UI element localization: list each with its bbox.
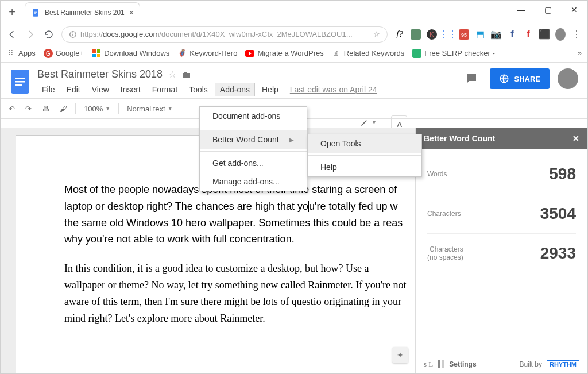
stat-characters-no-spaces: Characters(no spaces) 2933 <box>427 234 576 273</box>
ext-font-icon[interactable]: f? <box>394 29 405 40</box>
submenu-open-tools[interactable]: Open Tools <box>308 134 421 153</box>
bookmark-star-icon[interactable]: ☆ <box>373 30 380 38</box>
menu-tools[interactable]: Tools <box>184 83 212 96</box>
menu-insert[interactable]: Insert <box>116 83 145 96</box>
explore-button[interactable]: ✦ <box>392 347 408 363</box>
ext-f-red-icon[interactable]: f <box>523 29 533 40</box>
svg-rect-5 <box>72 33 73 36</box>
bookmark-googleplus[interactable]: GGoogle+ <box>44 49 84 58</box>
site-info-icon[interactable] <box>69 30 77 38</box>
menu-view[interactable]: View <box>87 83 114 96</box>
menu-document-addons[interactable]: Document add-ons <box>200 107 307 125</box>
paint-format-button[interactable]: 🖌 <box>57 105 69 113</box>
menu-edit[interactable]: Edit <box>62 83 85 96</box>
sl-text: s L <box>424 360 433 369</box>
forward-button[interactable] <box>25 29 36 40</box>
body-paragraph[interactable]: In this condition, it is a good idea to … <box>64 260 409 326</box>
sidebar-header: Better Word Count ✕ <box>416 128 587 149</box>
svg-rect-14 <box>92 49 96 53</box>
tab-close-icon[interactable]: × <box>129 8 134 17</box>
stat-characters: Characters 3504 <box>427 194 576 234</box>
docs-logo-icon[interactable] <box>10 68 30 95</box>
google-docs-favicon <box>31 8 40 17</box>
browser-menu-icon[interactable]: ⋮ <box>571 29 582 40</box>
bookmark-bar: ⠿Apps GGoogle+ Download Windows 🦸Keyword… <box>1 44 587 63</box>
addons-dropdown: Document add-ons Better Word Count▶ Get … <box>199 106 307 191</box>
bookmark-migratewp[interactable]: Migrate a WordPres <box>245 49 323 58</box>
ext-drop-icon[interactable]: ⬛ <box>539 29 550 40</box>
menu-format[interactable]: Format <box>148 83 182 96</box>
ext-fb-icon[interactable]: f <box>507 29 517 40</box>
svg-rect-6 <box>72 32 73 33</box>
tab-title: Best Rainmeter Skins 201 <box>45 9 125 17</box>
submenu-help[interactable]: Help <box>308 158 421 176</box>
bookmark-freeserp[interactable]: Free SERP checker - <box>412 49 495 58</box>
body-paragraph[interactable]: Most of the people nowadays spent most o… <box>64 182 409 248</box>
sidebar-close-icon[interactable]: ✕ <box>572 134 579 143</box>
comments-icon[interactable] <box>461 68 482 89</box>
menu-file[interactable]: File <box>37 83 60 96</box>
bookmark-keywordhero[interactable]: 🦸Keyword-Hero <box>177 49 237 58</box>
ext-beta-icon[interactable] <box>411 29 421 40</box>
menu-help[interactable]: Help <box>257 83 283 96</box>
menu-get-addons[interactable]: Get add-ons... <box>200 154 307 172</box>
reload-button[interactable] <box>43 29 55 40</box>
settings-link[interactable]: Settings <box>449 360 514 368</box>
redo-button[interactable]: ↷ <box>23 105 34 113</box>
bookmark-overflow-icon[interactable]: » <box>578 49 582 57</box>
ext-95-icon[interactable]: 95 <box>459 29 469 40</box>
menu-better-word-count[interactable]: Better Word Count▶ <box>200 130 307 149</box>
extension-icons: f? K ⋮⋮ 95 ⬒ 📷 f f ⬛ ⋮ <box>394 29 582 40</box>
window-close-icon[interactable]: ✕ <box>561 1 587 19</box>
account-avatar[interactable] <box>558 68 578 89</box>
print-button[interactable]: 🖶 <box>40 105 52 113</box>
browser-toolbar: https://docs.google.com/document/d/1X40X… <box>1 24 587 44</box>
bookmark-relatedkw[interactable]: 🗎Related Keywords <box>332 49 405 58</box>
zoom-select[interactable]: 100% ▼ <box>82 105 113 113</box>
paragraph-style-select[interactable]: Normal text ▼ <box>125 105 175 113</box>
docs-menubar: File Edit View Insert Format Tools Add-o… <box>37 83 454 96</box>
ext-k-icon[interactable]: K <box>427 29 437 40</box>
bookmark-downloadwin[interactable]: Download Windows <box>92 49 169 58</box>
browser-tabstrip: + Best Rainmeter Skins 201 × <box>1 1 587 24</box>
builtby-text: Built by <box>520 360 542 368</box>
ext-camera-icon[interactable]: 📷 <box>491 29 501 40</box>
apps-icon: ⠿ <box>6 49 16 58</box>
rhythm-link[interactable]: RHYTHM <box>547 360 579 368</box>
new-tab-button[interactable]: + <box>4 4 20 20</box>
address-bar[interactable]: https://docs.google.com/document/d/1X40X… <box>61 26 388 43</box>
star-icon[interactable]: ☆ <box>168 69 176 80</box>
move-folder-icon[interactable]: 🖿 <box>182 70 191 80</box>
apps-shortcut[interactable]: ⠿Apps <box>6 49 36 58</box>
editing-mode-button[interactable]: ▼ <box>360 118 377 127</box>
browser-tab[interactable]: Best Rainmeter Skins 201 × <box>25 2 140 22</box>
menu-manage-addons[interactable]: Manage add-ons... <box>200 172 307 191</box>
svg-rect-17 <box>97 54 100 57</box>
svg-rect-22 <box>15 81 25 83</box>
menu-addons[interactable]: Add-ons <box>215 83 255 96</box>
window-minimize-icon[interactable]: — <box>508 1 535 19</box>
bwc-submenu: Open Tools Help <box>307 134 422 177</box>
svg-rect-15 <box>97 49 100 53</box>
undo-button[interactable]: ↶ <box>6 105 17 113</box>
submenu-arrow-icon: ▶ <box>289 137 294 143</box>
last-edit-link[interactable]: Last edit was on April 24 <box>290 85 377 94</box>
share-button[interactable]: SHARE <box>490 68 550 89</box>
ext-save-icon[interactable]: ⬒ <box>475 29 485 40</box>
back-button[interactable] <box>6 29 18 40</box>
profile-chip[interactable] <box>555 29 566 40</box>
sidebar-footer: s L Settings Built by RHYTHM <box>416 354 587 373</box>
keywordhero-icon: 🦸 <box>177 49 187 58</box>
globe-icon <box>499 74 509 84</box>
stat-words: Words 598 <box>427 155 576 194</box>
svg-text:G: G <box>46 51 51 57</box>
serp-icon <box>412 49 421 58</box>
svg-rect-21 <box>15 78 25 79</box>
window-maximize-icon[interactable]: ▢ <box>535 1 561 19</box>
ext-grid-icon[interactable]: ⋮⋮ <box>443 29 453 40</box>
toggle-bars-icon[interactable] <box>438 360 444 368</box>
document-title[interactable]: Best Rainmeter Skins 2018 <box>37 68 163 80</box>
sidebar-title: Better Word Count <box>424 134 495 143</box>
svg-text:K: K <box>430 31 434 38</box>
svg-rect-23 <box>15 84 22 86</box>
